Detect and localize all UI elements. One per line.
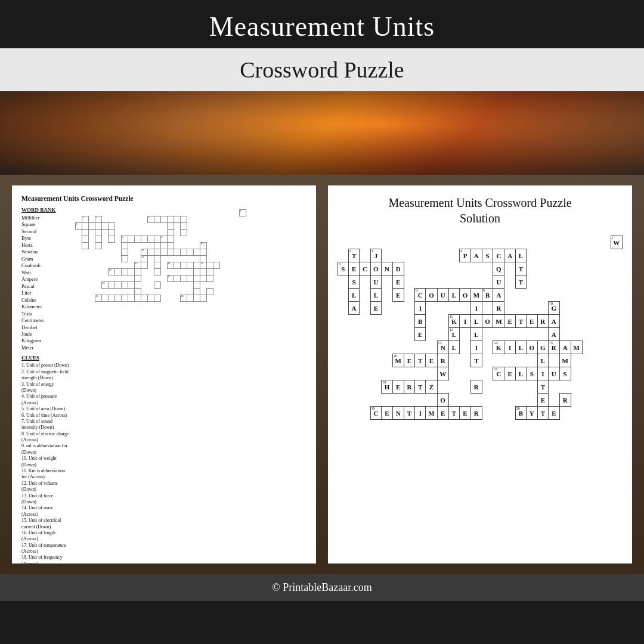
empty-cell xyxy=(482,380,493,394)
empty-cell xyxy=(549,354,560,367)
solution-cell: 18H xyxy=(382,380,393,394)
solution-cell: I xyxy=(537,367,549,380)
solution-cell: A xyxy=(504,249,515,262)
empty-cell xyxy=(470,367,482,380)
solution-cell: U xyxy=(493,275,504,289)
empty-cell xyxy=(437,236,448,249)
blank-empty-cell xyxy=(233,262,240,269)
blank-cell xyxy=(200,256,207,262)
blank-empty-cell xyxy=(194,210,200,216)
blank-cell: 10 xyxy=(200,243,207,249)
blank-empty-cell xyxy=(220,295,227,302)
blank-empty-cell xyxy=(240,236,246,243)
blank-empty-cell xyxy=(194,230,200,236)
blank-empty-cell xyxy=(76,243,82,249)
blank-empty-cell xyxy=(89,210,95,216)
empty-cell xyxy=(392,328,404,341)
blank-empty-cell xyxy=(148,275,154,282)
main-title: Measurement Units xyxy=(0,11,644,42)
empty-cell xyxy=(437,249,448,262)
blank-cell xyxy=(181,216,187,223)
empty-cell xyxy=(482,367,493,380)
empty-cell xyxy=(601,380,611,394)
solution-cell: M xyxy=(559,354,571,367)
blank-cell xyxy=(174,262,181,269)
empty-cell xyxy=(611,249,622,262)
empty-cell xyxy=(571,367,582,380)
empty-cell xyxy=(338,328,349,341)
empty-cell xyxy=(493,354,504,367)
empty-cell xyxy=(382,367,393,380)
solution-cell: L xyxy=(370,289,382,302)
empty-cell xyxy=(582,354,592,367)
blank-empty-cell xyxy=(161,230,168,236)
blank-empty-cell xyxy=(213,236,220,243)
empty-cell xyxy=(404,341,414,354)
blank-empty-cell xyxy=(213,256,220,262)
empty-cell xyxy=(382,315,393,328)
empty-cell xyxy=(582,275,592,289)
blank-empty-cell xyxy=(161,289,168,295)
blank-cell xyxy=(207,269,213,275)
blank-empty-cell xyxy=(213,269,220,275)
empty-cell xyxy=(382,249,393,262)
blank-empty-cell xyxy=(161,275,168,282)
empty-cell xyxy=(370,380,382,394)
blank-empty-cell xyxy=(148,256,154,262)
empty-cell xyxy=(504,262,515,275)
blank-empty-cell xyxy=(240,269,246,275)
blank-cell xyxy=(89,223,95,230)
blank-empty-cell xyxy=(141,230,148,236)
empty-cell xyxy=(404,289,414,302)
empty-cell xyxy=(404,262,414,275)
blank-empty-cell xyxy=(194,223,200,230)
solution-cell: E xyxy=(348,262,359,275)
empty-cell xyxy=(360,289,370,302)
blank-empty-cell xyxy=(154,230,161,236)
blank-empty-cell xyxy=(174,243,181,249)
empty-cell xyxy=(592,367,601,380)
blank-empty-cell xyxy=(174,289,181,295)
empty-cell xyxy=(504,236,515,249)
blank-empty-cell xyxy=(240,216,246,223)
blank-cell xyxy=(168,236,174,243)
empty-cell xyxy=(360,302,370,315)
blank-empty-cell xyxy=(148,223,154,230)
empty-cell xyxy=(592,341,601,354)
empty-cell xyxy=(348,380,359,394)
blank-empty-cell xyxy=(115,230,122,236)
solution-cell: A xyxy=(470,249,482,262)
background-image xyxy=(0,91,644,175)
blank-empty-cell xyxy=(82,256,89,262)
empty-cell xyxy=(527,262,538,275)
empty-cell xyxy=(611,315,622,328)
solution-cell: I xyxy=(470,341,482,354)
blank-empty-cell xyxy=(95,256,102,262)
solution-cell: E xyxy=(415,328,426,341)
blank-empty-cell xyxy=(227,295,233,302)
blank-empty-cell xyxy=(174,210,181,216)
solution-cell: E xyxy=(426,354,437,367)
empty-cell xyxy=(582,380,592,394)
blank-empty-cell xyxy=(161,295,168,302)
blank-empty-cell xyxy=(227,282,233,289)
blank-empty-cell xyxy=(95,289,102,295)
blank-empty-cell xyxy=(76,295,82,302)
empty-cell xyxy=(601,289,611,302)
empty-cell xyxy=(482,341,493,354)
empty-cell xyxy=(592,328,601,341)
empty-cell xyxy=(426,367,437,380)
blank-cell xyxy=(115,295,122,302)
solution-cell: E xyxy=(504,367,515,380)
empty-cell xyxy=(426,315,437,328)
empty-cell xyxy=(592,236,601,249)
clues-label: CLUES xyxy=(21,355,69,361)
blank-empty-cell xyxy=(122,275,128,282)
empty-cell xyxy=(460,341,471,354)
solution-cell: T xyxy=(537,407,549,420)
empty-cell xyxy=(370,367,382,380)
empty-cell xyxy=(582,394,592,407)
blank-empty-cell xyxy=(154,210,161,216)
blank-empty-cell xyxy=(161,282,168,289)
empty-cell xyxy=(382,236,393,249)
